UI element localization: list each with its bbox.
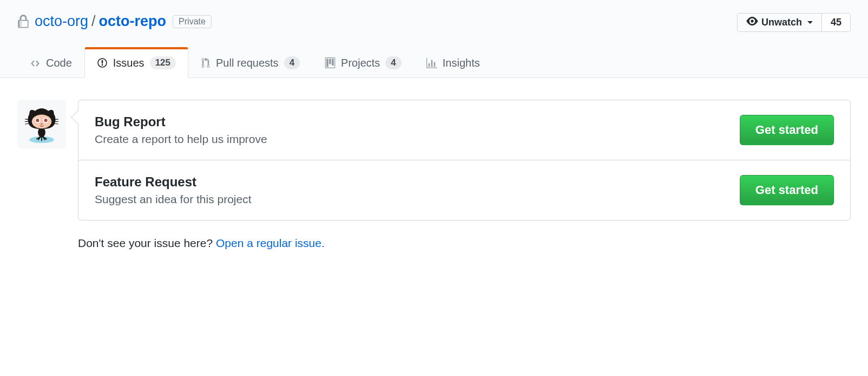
projects-count: 4 [385,56,401,69]
svg-point-5 [36,119,39,122]
tab-issues-label: Issues [113,57,144,69]
tab-code-label: Code [46,57,72,69]
template-title: Bug Report [95,114,267,129]
issue-opened-icon [97,57,108,68]
repo-name-link[interactable]: octo-repo [99,13,167,30]
watch-count[interactable]: 45 [822,13,851,32]
footer-prompt: Don't see your issue here? Open a regula… [78,237,851,250]
unwatch-button[interactable]: Unwatch [737,13,822,32]
issues-count: 125 [150,56,176,69]
get-started-button[interactable]: Get started [740,115,834,145]
template-desc: Suggest an idea for this project [95,193,252,206]
template-title: Feature Request [95,174,252,190]
tab-insights-label: Insights [443,57,480,69]
eye-icon [746,17,758,28]
repo-nav: Code Issues 125 Pull requests 4 Projects… [0,47,868,77]
caret-down-icon [807,21,813,24]
template-item: Feature Request Suggest an idea for this… [78,160,850,220]
path-separator: / [91,13,96,30]
octocat-avatar [17,100,66,148]
tab-projects-label: Projects [341,57,380,69]
issue-template-list: Bug Report Create a report to help us im… [78,100,851,221]
graph-icon [426,58,437,69]
visibility-badge: Private [173,15,212,28]
git-pull-request-icon [201,57,211,68]
pulls-count: 4 [284,56,300,69]
repo-owner-link[interactable]: octo-org [35,13,88,30]
code-icon [30,59,41,68]
footer-text: Don't see your issue here? [78,237,216,249]
repo-title: octo-org / octo-repo Private [17,13,212,30]
tab-projects[interactable]: Projects 4 [312,47,414,78]
tab-code[interactable]: Code [17,48,84,78]
svg-point-6 [44,119,48,122]
svg-point-7 [41,124,42,125]
lock-icon [17,15,29,29]
get-started-button[interactable]: Get started [740,175,834,205]
open-regular-issue-link[interactable]: Open a regular issue. [216,237,325,249]
template-desc: Create a report to help us improve [95,133,267,146]
tab-pulls-label: Pull requests [216,57,279,69]
tab-pull-requests[interactable]: Pull requests 4 [188,47,312,78]
tab-issues[interactable]: Issues 125 [84,47,188,78]
project-icon [325,57,336,68]
tab-insights[interactable]: Insights [414,48,492,78]
unwatch-label: Unwatch [761,17,802,28]
template-item: Bug Report Create a report to help us im… [78,100,850,160]
header-actions: Unwatch 45 [737,13,851,32]
